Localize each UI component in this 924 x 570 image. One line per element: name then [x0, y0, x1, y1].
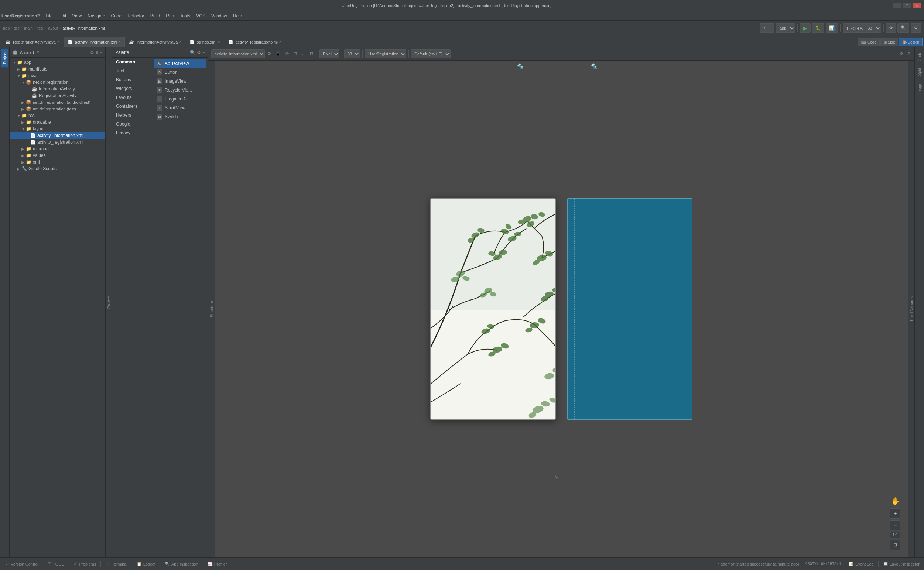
android-dropdown-icon[interactable]: ▼: [36, 50, 40, 54]
palette-cat-google[interactable]: Google: [112, 120, 152, 129]
minimize-button[interactable]: −: [893, 3, 901, 9]
menu-help[interactable]: Help: [230, 12, 245, 19]
maximize-button[interactable]: □: [903, 3, 912, 9]
event-log-btn[interactable]: 📝 Event Log: [847, 561, 875, 567]
tab-registration-activity[interactable]: ☕ RegistrationActivity.java ×: [2, 37, 63, 47]
palette-cat-text[interactable]: Text: [112, 66, 152, 75]
device-select[interactable]: Pixel: [319, 49, 339, 58]
menu-navigate[interactable]: Navigate: [84, 12, 108, 19]
problems-btn[interactable]: ⚠ Problems: [72, 561, 98, 567]
api-select[interactable]: 33: [344, 49, 360, 58]
palette-item-fragmentcontainer[interactable]: F FragmentC...: [154, 95, 206, 103]
palette-cat-common[interactable]: Common: [112, 58, 152, 66]
fit-screen-button[interactable]: ⊡: [890, 540, 900, 550]
version-control-btn[interactable]: ⎇ Version Control: [3, 561, 40, 567]
menu-window[interactable]: Window: [208, 12, 230, 19]
search-button[interactable]: 🔍: [897, 23, 909, 33]
menu-run[interactable]: Run: [163, 12, 177, 19]
zoom-in-button[interactable]: +: [890, 508, 900, 519]
palette-settings-btn[interactable]: ⚙: [197, 50, 201, 55]
palette-cat-containers[interactable]: Containers: [112, 102, 152, 111]
locale-select[interactable]: Default (en-US): [411, 49, 451, 58]
tree-item-pkg-android-test[interactable]: ▶ 📦 net.drf.registration (androidTest): [9, 99, 105, 106]
palette-item-button[interactable]: B Button: [154, 68, 206, 77]
palette-cat-helpers[interactable]: Helpers: [112, 111, 152, 120]
tree-item-reg-activity[interactable]: ☕ RegistrationActivity: [9, 92, 105, 99]
orient-btn[interactable]: ⟳: [266, 49, 273, 58]
panel-close-btn[interactable]: −: [100, 50, 102, 55]
palette-item-imageview[interactable]: 🖼 ImageView: [154, 77, 206, 86]
palette-search-btn[interactable]: 🔍: [190, 50, 195, 55]
tree-item-activity-registration[interactable]: 📄 activity_registration.xml: [9, 139, 105, 146]
build-variants-label[interactable]: Build Variants: [909, 296, 914, 321]
menu-view[interactable]: View: [69, 12, 84, 19]
palette-close-btn[interactable]: −: [203, 50, 205, 55]
tree-item-drawable[interactable]: ▶ 📁 drawable: [9, 119, 105, 126]
tab-activity-registration[interactable]: 📄 activity_registration.xml ×: [224, 37, 285, 47]
panel-layout-btn[interactable]: ≡: [96, 50, 98, 55]
tree-item-app[interactable]: ▼ 📁 app: [9, 59, 105, 66]
eye-btn[interactable]: 👁: [284, 49, 291, 58]
palette-item-scrollview[interactable]: ↕ ScrollView: [154, 103, 206, 112]
tab-information-activity[interactable]: ☕ InformationActivity.java ×: [125, 37, 186, 47]
tree-item-xml[interactable]: ▶ 📁 xml: [9, 159, 105, 165]
split-view-button[interactable]: ⊞ Split: [880, 38, 898, 46]
canvas-center[interactable]: 🔩 🔩: [215, 61, 908, 558]
tree-item-values[interactable]: ▶ 📁 values: [9, 152, 105, 159]
menu-file[interactable]: File: [43, 12, 55, 19]
design-view-button[interactable]: 🎨 Design: [899, 38, 922, 46]
sync-button[interactable]: ⟳: [886, 23, 896, 33]
tree-item-res[interactable]: ▼ 📁 res: [9, 112, 105, 119]
tab-close-icon[interactable]: ×: [118, 40, 121, 44]
project-tab[interactable]: Project: [1, 49, 9, 67]
close-button[interactable]: ×: [913, 3, 921, 9]
menu-vcs[interactable]: VCS: [193, 12, 208, 19]
settings-button[interactable]: ⚙: [911, 23, 921, 33]
device-manager-btn[interactable]: 📱: [274, 49, 282, 58]
menu-code[interactable]: Code: [108, 12, 125, 19]
tab-strings[interactable]: 📄 strings.xml ×: [186, 37, 224, 47]
logcat-btn[interactable]: 📋 Logcat: [135, 561, 157, 567]
tab-activity-information[interactable]: 📄 activity_information.xml ×: [63, 37, 125, 47]
menu-edit[interactable]: Edit: [56, 12, 69, 19]
structure-label[interactable]: Structure: [209, 301, 214, 317]
tab-close-icon[interactable]: ×: [279, 40, 281, 44]
tree-item-pkg-test[interactable]: ▶ 📦 net.drf.registration (test): [9, 106, 105, 112]
tree-item-layout[interactable]: ▼ 📁 layout: [9, 126, 105, 132]
terminal-btn[interactable]: ⬛ Terminal: [104, 561, 129, 567]
menu-refactor[interactable]: Refactor: [124, 12, 147, 19]
blueprint-btn[interactable]: ⊞: [292, 49, 298, 58]
palette-cat-legacy[interactable]: Legacy: [112, 129, 152, 137]
tree-item-activity-information[interactable]: 📄 activity_information.xml: [9, 132, 105, 139]
palette-item-textview[interactable]: Ab Ab TextView: [154, 59, 206, 68]
profiler-btn[interactable]: 📈 Profiler: [206, 561, 229, 567]
device-select[interactable]: Pixel 4 API 33: [843, 23, 881, 33]
split-tab-right[interactable]: Split: [916, 65, 923, 79]
tree-item-pkg-main[interactable]: ▼ 📦 net.drf.registration: [9, 79, 105, 86]
tab-close-icon[interactable]: ×: [57, 40, 60, 44]
run-arrow-button[interactable]: ⟵: [760, 23, 774, 33]
tree-item-java[interactable]: ▼ 📁 java: [9, 72, 105, 79]
palette-item-switch[interactable]: ⊡ Switch: [154, 112, 206, 121]
menu-build[interactable]: Build: [147, 12, 163, 19]
tree-item-gradle[interactable]: ▶ 🔧 Gradle Scripts: [9, 165, 105, 172]
tab-close-icon[interactable]: ×: [179, 40, 181, 44]
help-btn[interactable]: ?: [906, 49, 912, 58]
tab-close-icon[interactable]: ×: [218, 40, 220, 44]
profile-button[interactable]: 📊: [826, 23, 838, 33]
code-view-button[interactable]: ⌨ Code: [858, 38, 879, 46]
resize-handle[interactable]: ⤡: [554, 474, 559, 480]
palette-item-recyclerview[interactable]: ≡ RecyclerVie...: [154, 86, 206, 95]
panel-settings-btn[interactable]: ⚙: [90, 50, 94, 55]
run-button[interactable]: ▶: [800, 23, 810, 33]
resize-btn[interactable]: ⊡: [309, 49, 315, 58]
tree-item-info-activity[interactable]: ☕ InformationActivity: [9, 86, 105, 92]
orient2-btn[interactable]: ↔: [300, 49, 307, 58]
todo-btn[interactable]: ☑ TODO: [46, 561, 66, 567]
layout-inspector-btn[interactable]: 🔲 Layout Inspector: [881, 561, 921, 567]
code-tab-right[interactable]: Code: [916, 49, 923, 64]
run-config-select[interactable]: app: [775, 23, 795, 33]
debug-button[interactable]: 🐛: [812, 23, 824, 33]
palette-cat-layouts[interactable]: Layouts: [112, 93, 152, 102]
tree-item-manifests[interactable]: ▶ 📁 manifests: [9, 66, 105, 72]
